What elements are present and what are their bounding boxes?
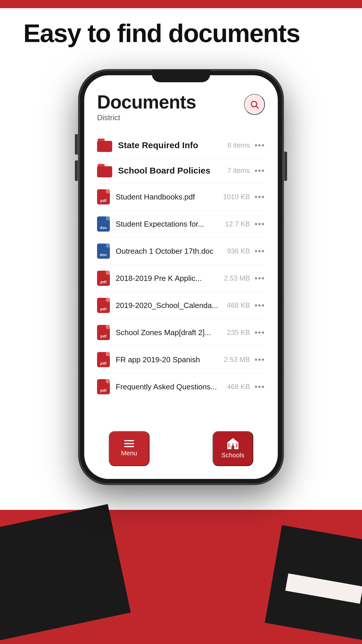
bottom-decoration [0, 475, 362, 644]
hamburger-icon [124, 440, 134, 447]
list-item[interactable]: State Required Info 8 items ••• [97, 133, 265, 158]
file-name: Frequently Asked Questions... [116, 382, 222, 391]
bottom-navigation: Menu Schools [97, 425, 265, 479]
file-size: 1010 KB [223, 193, 250, 201]
file-size: 12.7 KB [225, 220, 250, 228]
file-size: 2.53 MB [224, 274, 250, 282]
file-size: 8 items [227, 141, 250, 149]
phone-notch [152, 70, 210, 82]
list-item[interactable]: doc Student Expectations for... 12.7 KB … [97, 211, 265, 238]
pdf-icon: pdf [97, 325, 110, 340]
more-options-button[interactable]: ••• [255, 301, 265, 310]
file-size: 468 KB [227, 301, 250, 309]
search-icon [250, 100, 259, 109]
more-options-button[interactable]: ••• [255, 246, 265, 256]
file-name: FR app 2019-20 Spanish [116, 355, 219, 364]
file-list: State Required Info 8 items ••• School B… [97, 133, 265, 425]
pdf-icon: pdf [97, 298, 110, 313]
phone-frame: Documents District [79, 70, 283, 484]
file-info: Student Handbooks.pdf [116, 192, 219, 202]
more-options-button[interactable]: ••• [255, 355, 265, 364]
file-info: Outreach 1 October 17th.doc [116, 247, 222, 256]
file-size: 235 KB [227, 328, 250, 337]
folder-icon [97, 164, 112, 177]
file-info: State Required Info [118, 140, 223, 150]
file-name: 2019-2020_School_Calenda... [116, 301, 222, 310]
documents-title: Documents [97, 93, 196, 111]
doc-icon: doc [97, 216, 110, 232]
menu-button[interactable]: Menu [109, 431, 150, 466]
search-button[interactable] [244, 94, 265, 115]
list-item[interactable]: pdf 2018-2019 Pre K Applic... 2.53 MB ••… [97, 265, 265, 292]
more-options-button[interactable]: ••• [255, 328, 265, 337]
documents-subtitle: District [97, 113, 196, 122]
volume-down-button [75, 160, 78, 181]
school-icon [227, 438, 239, 449]
list-item[interactable]: School Board Policies 7 items ••• [97, 158, 265, 183]
file-name: School Board Policies [118, 166, 223, 176]
list-item[interactable]: pdf FR app 2019-20 Spanish 2.53 MB ••• [97, 346, 265, 373]
file-info: School Board Policies [118, 166, 223, 176]
more-options-button[interactable]: ••• [255, 192, 265, 202]
list-item[interactable]: pdf Frequently Asked Questions... 468 KB… [97, 373, 265, 400]
pdf-icon: pdf [97, 271, 110, 286]
volume-up-button [75, 134, 78, 155]
pdf-icon: pdf [97, 189, 110, 204]
screen-content: Documents District [84, 75, 278, 479]
schools-button[interactable]: Schools [212, 431, 253, 466]
list-item[interactable]: pdf Student Handbooks.pdf 1010 KB ••• [97, 183, 265, 211]
pdf-icon: pdf [97, 352, 110, 367]
header-text: Documents District [97, 93, 196, 122]
doc-icon: doc [97, 244, 110, 259]
file-info: FR app 2019-20 Spanish [116, 355, 219, 364]
file-name: School Zones Map[draft 2]... [116, 328, 222, 337]
file-info: School Zones Map[draft 2]... [116, 328, 222, 337]
list-item[interactable]: doc Outreach 1 October 17th.doc 936 KB •… [97, 238, 265, 265]
more-options-button[interactable]: ••• [255, 141, 265, 150]
file-size: 7 items [227, 167, 250, 175]
file-name: Student Expectations for... [116, 220, 220, 229]
more-options-button[interactable]: ••• [255, 219, 265, 229]
list-item[interactable]: pdf 2019-2020_School_Calenda... 468 KB •… [97, 292, 265, 319]
folder-icon [97, 139, 112, 152]
more-options-button[interactable]: ••• [255, 274, 265, 283]
power-button [284, 152, 287, 181]
schools-label: Schools [222, 452, 244, 459]
file-size: 2.53 MB [224, 356, 250, 364]
file-name: Outreach 1 October 17th.doc [116, 247, 222, 256]
pdf-icon: pdf [97, 379, 110, 394]
more-options-button[interactable]: ••• [255, 382, 265, 391]
file-info: 2018-2019 Pre K Applic... [116, 274, 219, 283]
documents-header: Documents District [97, 93, 265, 122]
menu-label: Menu [121, 449, 137, 457]
file-size: 936 KB [227, 247, 250, 255]
file-info: 2019-2020_School_Calenda... [116, 301, 222, 310]
file-name: State Required Info [118, 140, 223, 150]
file-name: Student Handbooks.pdf [116, 192, 219, 202]
list-item[interactable]: pdf School Zones Map[draft 2]... 235 KB … [97, 319, 265, 346]
more-options-button[interactable]: ••• [255, 166, 265, 175]
file-name: 2018-2019 Pre K Applic... [116, 274, 219, 283]
file-size: 468 KB [227, 383, 250, 391]
file-info: Frequently Asked Questions... [116, 382, 222, 391]
phone-screen: Documents District [84, 75, 278, 479]
svg-line-1 [256, 106, 258, 108]
file-info: Student Expectations for... [116, 220, 220, 229]
top-status-bar [0, 0, 362, 8]
page-title: Easy to find documents [23, 20, 300, 46]
